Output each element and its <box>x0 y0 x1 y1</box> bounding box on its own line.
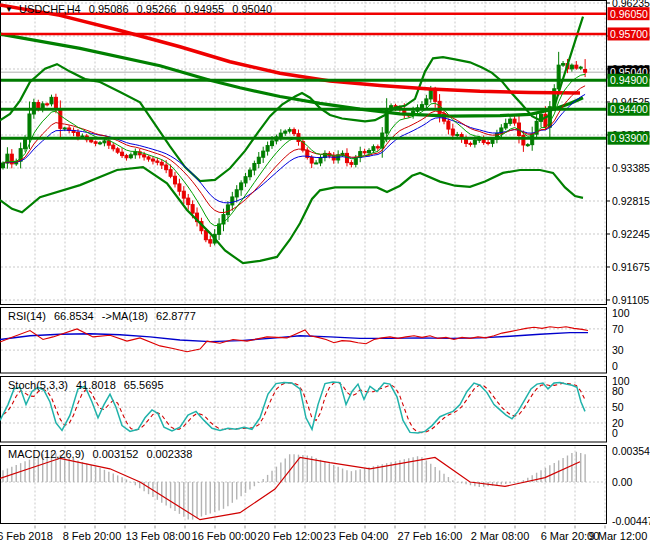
chart-title: ▼ USDCHF,H4 0.95086 0.95266 0.94955 0.95… <box>5 3 277 15</box>
candle-body <box>310 157 313 163</box>
candle-body <box>345 153 348 162</box>
candle-body <box>76 133 79 137</box>
candle-body <box>147 157 150 159</box>
candle-body <box>293 130 296 134</box>
candle-body <box>191 205 194 214</box>
macd-scale-label: 0.00 <box>612 476 633 488</box>
price-badge-label: 0.95700 <box>610 28 648 40</box>
candle-body <box>469 143 472 144</box>
stoch-indicator-label: Stoch(5,3,3) 41.8018 65.5695 <box>8 379 169 391</box>
candle-body <box>99 143 102 144</box>
candle-body <box>271 141 274 146</box>
candle-body <box>456 135 459 136</box>
price-scale-label: 0.92245 <box>612 228 650 240</box>
candle-body <box>434 90 437 101</box>
candle-body <box>50 97 53 103</box>
candle-body <box>235 190 238 197</box>
candle-body <box>121 152 124 155</box>
candle-body <box>363 152 366 153</box>
stoch-scale-label: 80 <box>612 385 624 397</box>
candle-body <box>63 128 66 129</box>
candle-body <box>575 65 578 68</box>
candle-body <box>2 163 5 168</box>
candle-body <box>504 123 507 128</box>
candle-body <box>28 114 31 139</box>
price-scale-label: 0.91675 <box>612 261 650 273</box>
candle-body <box>143 155 146 157</box>
candle-body <box>156 161 159 162</box>
stoch-value: 41.8018 <box>76 379 116 391</box>
candle-body <box>178 184 181 191</box>
symbol-dropdown-icon: ▼ <box>5 5 13 14</box>
candle-body <box>231 197 234 205</box>
candle-body <box>240 183 243 190</box>
candle-body <box>376 147 379 148</box>
candle-body <box>253 163 256 170</box>
candle-body <box>103 141 106 143</box>
stoch-scale-label: 50 <box>612 401 624 413</box>
stoch-name: Stoch(5,3,3) <box>8 379 68 391</box>
candle-body <box>266 146 269 152</box>
candle-body <box>372 147 375 151</box>
candle-body <box>526 145 529 146</box>
candle-body <box>429 90 432 99</box>
rsi-scale-label: 30 <box>612 344 624 356</box>
candle-body <box>182 191 185 198</box>
macd-indicator-label: MACD(12,26,9) 0.003152 0.002338 <box>8 448 197 460</box>
candle-body <box>491 139 494 143</box>
time-scale-label: 6 Feb 2018 <box>0 530 53 542</box>
candle-body <box>315 163 318 164</box>
candle-body <box>284 131 287 133</box>
price-badge-label: 0.94900 <box>610 74 648 86</box>
candle-body <box>125 156 128 158</box>
candle-body <box>134 152 137 155</box>
candle-body <box>557 65 560 89</box>
candle-body <box>129 155 132 158</box>
macd-name: MACD(12,26,9) <box>8 448 84 460</box>
macd-scale-label: -0.004475 <box>612 515 650 527</box>
candle-body <box>116 149 119 152</box>
candle-body <box>46 104 49 105</box>
candle-body <box>288 130 291 132</box>
candle-body <box>165 165 168 170</box>
candle-body <box>151 159 154 161</box>
rsi-name: RSI(14) <box>8 310 46 322</box>
rsi-scale-label: 0 <box>612 360 618 372</box>
candle-body <box>248 170 251 177</box>
candle-body <box>279 133 282 137</box>
ohlc-high: 0.95266 <box>137 3 177 15</box>
candle-body <box>24 139 27 149</box>
time-scale-label: 16 Feb 00:00 <box>192 530 257 542</box>
price-scale-label: 0.92815 <box>612 195 650 207</box>
main-chart-panel[interactable] <box>1 1 607 305</box>
candle-body <box>90 140 93 142</box>
price-badge-label: 0.94400 <box>610 103 648 115</box>
candle-body <box>368 150 371 152</box>
candle-body <box>173 176 176 184</box>
trading-chart-window[interactable]: 0.962350.956650.950950.945250.939550.933… <box>0 0 650 550</box>
candle-body <box>425 99 428 105</box>
symbol-period-label: USDCHF,H4 <box>19 3 81 15</box>
candle-body <box>319 157 322 162</box>
candle-body <box>584 70 587 73</box>
candle-body <box>94 142 97 143</box>
time-scale-label: 2 Mar 08:00 <box>471 530 530 542</box>
candle-body <box>257 157 260 163</box>
candle-body <box>54 97 57 109</box>
chart-canvas[interactable]: 0.962350.956650.950950.945250.939550.933… <box>0 0 650 550</box>
candle-body <box>262 151 265 157</box>
ohlc-low: 0.94955 <box>184 3 224 15</box>
macd-signal-value: 0.002338 <box>146 448 192 460</box>
stoch-signal-value: 65.5695 <box>124 379 164 391</box>
candle-body <box>579 67 582 68</box>
candle-body <box>112 145 115 149</box>
time-scale-label: 23 Feb 04:00 <box>324 530 389 542</box>
rsi-scale-label: 70 <box>612 323 624 335</box>
candle-body <box>59 109 62 128</box>
candle-body <box>160 162 163 165</box>
time-scale-label: 8 Feb 20:00 <box>63 530 122 542</box>
candle-body <box>473 140 476 144</box>
stoch-scale-label: 0 <box>612 427 618 439</box>
rsi-scale-label: 100 <box>612 307 630 319</box>
candle-body <box>107 141 110 145</box>
